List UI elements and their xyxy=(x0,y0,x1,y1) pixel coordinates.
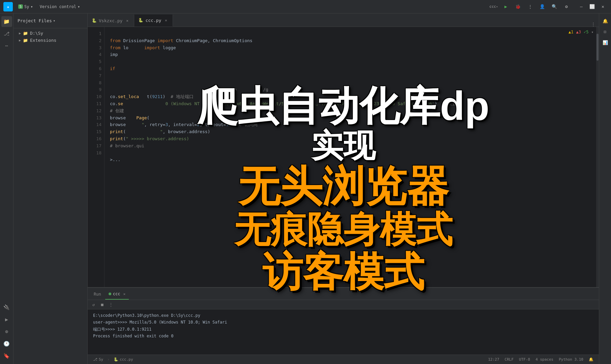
tab-close-ccc[interactable]: ✕ xyxy=(163,18,169,23)
editor-region: 🐍 Vskzxc.py ✕ 🐍 ccc.py ✕ ⋮ ▲1 ▲3 ✓5 xyxy=(88,13,599,364)
terminal-user-agent: user-agent>>>> Mozilla/5.0 (Windows NT 1… xyxy=(93,319,227,326)
line-ending-label: CRLF xyxy=(505,357,514,362)
tree-label-d-sy: D:\Sy xyxy=(30,31,43,36)
right-icon-analyze[interactable]: 📊 xyxy=(601,38,610,47)
tree-toggle-extensions: ▶ xyxy=(19,38,21,42)
scrollbar-thumb xyxy=(597,34,599,61)
line-numbers: 12345 678910 1112131415 161718 xyxy=(88,27,105,287)
tab-more-button[interactable]: ⋮ xyxy=(591,22,599,27)
app-logo: ✦ xyxy=(3,2,13,11)
titlebar: ✦ S Sy ▾ Version control ▾ ccc ▾ ▶ 🐞 ⋮ 👤… xyxy=(0,0,611,13)
code-area[interactable]: from DrissionPage import ChromiumPage, C… xyxy=(105,27,596,287)
editor-area: 🐍 Vskzxc.py ✕ 🐍 ccc.py ✕ ⋮ ▲1 ▲3 ✓5 xyxy=(88,13,599,287)
run-tab-label: Run xyxy=(94,292,101,297)
search-icon[interactable]: 🔍 xyxy=(550,2,559,11)
maximize-button[interactable]: ⬜ xyxy=(587,2,597,11)
tab-bar: 🐍 Vskzxc.py ✕ 🐍 ccc.py ✕ ⋮ xyxy=(88,13,599,27)
run-button[interactable]: ▶ xyxy=(501,2,511,11)
encoding-label: UTF-8 xyxy=(519,357,530,362)
bottom-panel: Run ccc ✕ ↺ ■ ⋮ E:\scoder\Python3.10\pyt… xyxy=(88,287,599,355)
bottom-tab-run[interactable]: Run xyxy=(90,289,105,300)
restart-button[interactable]: ↺ xyxy=(90,301,97,308)
status-file[interactable]: 🐍 ccc.py xyxy=(112,357,135,362)
bottom-tab-close-ccc[interactable]: ✕ xyxy=(123,292,125,296)
stop-button[interactable]: ■ xyxy=(98,301,106,308)
status-indent[interactable]: 4 spaces xyxy=(534,357,555,362)
tab-ccc[interactable]: 🐍 ccc.py ✕ xyxy=(134,14,173,27)
debug-button[interactable]: 🐞 xyxy=(513,2,523,11)
folder-icon-d-sy: 📁 xyxy=(23,31,28,36)
bottom-tab-bar: Run ccc ✕ xyxy=(88,288,599,300)
user-icon[interactable]: 👤 xyxy=(537,2,547,11)
editor-scrollbar[interactable] xyxy=(596,27,599,287)
sidebar-icon-more[interactable]: ⋯ xyxy=(1,40,12,51)
bottom-toolbar: ↺ ■ ⋮ xyxy=(88,300,599,309)
file-name-label: ccc.py xyxy=(120,357,133,362)
editor-status-bar: ▲1 ▲3 ✓5 ▾ xyxy=(569,30,593,34)
check-badge: ✓5 xyxy=(584,30,588,34)
status-git[interactable]: ⎇ Sy xyxy=(92,357,105,362)
tree-item-d-sy[interactable]: ▶ 📁 D:\Sy xyxy=(13,30,87,37)
window-controls: — ⬜ ✕ xyxy=(577,2,608,11)
python-version-label: Python 3.10 xyxy=(559,357,583,362)
sidebar-icon-bookmark[interactable]: 🔖 xyxy=(1,351,12,361)
tab-icon-ccc: 🐍 xyxy=(138,18,143,23)
git-branch-label: Sy xyxy=(99,357,103,362)
status-file-label: 🐍 xyxy=(114,357,118,362)
status-bar-right: 12:27 CRLF UTF-8 4 spaces Python 3.10 🔔 xyxy=(487,357,595,362)
file-tree: ▶ 📁 D:\Sy ▶ 📁 Extensions xyxy=(13,28,87,45)
more-actions[interactable]: ⋮ xyxy=(525,2,535,11)
right-icon-notifications[interactable]: 🔔 xyxy=(601,16,610,26)
sidebar-icon-plugins[interactable]: 🔌 xyxy=(1,302,12,313)
error-badge: ▲3 xyxy=(576,30,581,34)
tree-toggle-d-sy: ▶ xyxy=(19,31,21,35)
tree-label-extensions: Extensions xyxy=(30,38,56,43)
terminal-exit: Process finished with exit code 0 xyxy=(93,333,173,339)
status-time: 12:27 xyxy=(487,357,500,362)
tab-vskzxc[interactable]: 🐍 Vskzxc.py ✕ xyxy=(88,14,134,27)
editor-content: ▲1 ▲3 ✓5 ▾ 12345 678910 1112131415 16171… xyxy=(88,27,599,287)
terminal-line-1: E:\scoder\Python3.10\python.exe D:\Sy\cc… xyxy=(93,312,593,319)
bottom-tab-ccc[interactable]: ccc ✕ xyxy=(105,289,129,300)
time-label: 12:27 xyxy=(488,357,499,362)
warning-badge: ▲1 xyxy=(569,30,573,34)
minimize-button[interactable]: — xyxy=(577,2,586,11)
folder-icon-extensions: 📁 xyxy=(23,38,28,43)
terminal-cmd: E:\scoder\Python3.10\python.exe D:\Sy\cc… xyxy=(93,312,200,319)
settings-icon[interactable]: ⚙ xyxy=(562,2,571,11)
menu-version-control[interactable]: Version control ▾ xyxy=(37,3,83,10)
right-icon-structure[interactable]: ⊟ xyxy=(601,27,610,36)
status-notifications[interactable]: 🔔 xyxy=(587,357,595,362)
status-python[interactable]: Python 3.10 xyxy=(557,357,585,362)
sidebar-icon-project[interactable]: 📁 xyxy=(1,16,12,27)
bottom-more[interactable]: ⋮ xyxy=(107,301,115,308)
project-files-label: Project Files xyxy=(18,18,52,23)
ccc-run-config[interactable]: ccc ▾ xyxy=(489,2,498,11)
sidebar-icon-history[interactable]: 🕐 xyxy=(1,338,12,349)
sidebar-icon-git[interactable]: ⎇ xyxy=(1,28,12,39)
terminal-line-3: 端口号>>>> 127.0.0.1:9211 xyxy=(93,326,593,333)
file-panel-header[interactable]: Project Files ▾ xyxy=(13,13,87,28)
terminal-output: E:\scoder\Python3.10\python.exe D:\Sy\cc… xyxy=(88,309,599,355)
status-bar: ⎇ Sy › 🐍 ccc.py 12:27 CRLF UTF-8 4 spa xyxy=(88,355,599,364)
close-button[interactable]: ✕ xyxy=(598,2,608,11)
tab-label-vskzxc: Vskzxc.py xyxy=(99,18,122,23)
main-layout: 📁 ⎇ ⋯ 🔌 ▶ ⊕ 🕐 🔖 Project Files ▾ ▶ 📁 D:\S… xyxy=(0,13,611,364)
status-line-ending[interactable]: CRLF xyxy=(503,357,515,362)
left-icon-sidebar: 📁 ⎇ ⋯ 🔌 ▶ ⊕ 🕐 🔖 xyxy=(0,13,13,364)
status-encoding[interactable]: UTF-8 xyxy=(518,357,531,362)
tab-icon-vskzxc: 🐍 xyxy=(92,18,97,23)
project-name-label: Sy xyxy=(24,4,29,9)
git-icon: ⎇ xyxy=(93,357,97,362)
sidebar-icon-layers[interactable]: ⊕ xyxy=(1,326,12,337)
expand-badge[interactable]: ▾ xyxy=(591,30,593,34)
right-sidebar: 🔔 ⊟ 📊 xyxy=(599,13,611,364)
sidebar-icon-run[interactable]: ▶ xyxy=(1,314,12,325)
titlebar-right: ccc ▾ ▶ 🐞 ⋮ 👤 🔍 ⚙ — ⬜ ✕ xyxy=(489,2,608,11)
tab-close-vskzxc[interactable]: ✕ xyxy=(124,18,130,23)
sidebar-bottom-icons: 🔌 ▶ ⊕ 🕐 🔖 xyxy=(1,302,12,364)
tab-label-ccc: ccc.py xyxy=(145,18,161,23)
tree-item-extensions[interactable]: ▶ 📁 Extensions xyxy=(13,37,87,44)
menu-project[interactable]: S Sy ▾ xyxy=(16,3,36,10)
terminal-port: 端口号>>>> 127.0.0.1:9211 xyxy=(93,326,151,333)
